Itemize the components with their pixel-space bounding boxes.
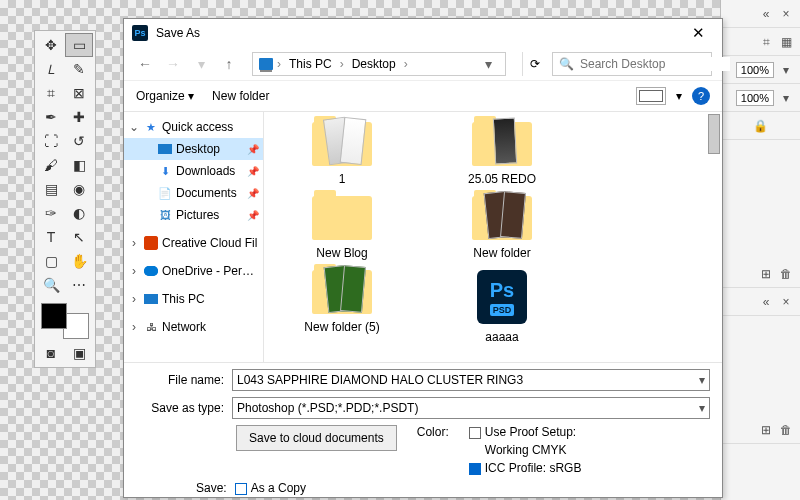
new-layer-icon[interactable]: ⊞ bbox=[758, 266, 774, 282]
hand-tool[interactable]: ✋ bbox=[65, 249, 93, 273]
scrollbar-thumb[interactable] bbox=[708, 114, 720, 154]
search-box[interactable]: 🔍 bbox=[552, 52, 712, 76]
path-select-tool[interactable]: ↖ bbox=[65, 225, 93, 249]
fill-value[interactable]: 100% bbox=[736, 90, 774, 106]
frame-tool[interactable]: ⊠ bbox=[65, 81, 93, 105]
help-button[interactable]: ? bbox=[692, 87, 710, 105]
chevron-right-icon: › bbox=[277, 57, 281, 71]
grid-icon[interactable]: ▦ bbox=[778, 34, 794, 50]
marquee-tool[interactable]: ▭ bbox=[65, 33, 93, 57]
eyedropper-tool[interactable]: ✒ bbox=[37, 105, 65, 129]
expand-icon[interactable]: ⌄ bbox=[128, 120, 140, 134]
tree-item-quick-access[interactable]: ⌄★Quick access bbox=[124, 116, 263, 138]
expand-icon[interactable]: › bbox=[128, 320, 140, 334]
chevrons-icon[interactable]: « bbox=[758, 6, 774, 22]
tree-label: Creative Cloud Fil bbox=[162, 236, 259, 250]
screen-mode-tool[interactable]: ▣ bbox=[65, 341, 93, 365]
folder-icon bbox=[312, 122, 372, 166]
edit-toolbar[interactable]: ⋯ bbox=[65, 273, 93, 297]
type-tool[interactable]: T bbox=[37, 225, 65, 249]
quick-select-tool[interactable]: ✎ bbox=[65, 57, 93, 81]
file-item[interactable]: New folder bbox=[442, 196, 562, 260]
opacity-value[interactable]: 100% bbox=[736, 62, 774, 78]
tree-item-documents[interactable]: 📄Documents📌 bbox=[124, 182, 263, 204]
crop-tool[interactable]: ⌗ bbox=[37, 81, 65, 105]
tree-label: Network bbox=[162, 320, 259, 334]
file-list[interactable]: 125.05 REDONew BlogNew folderNew folder … bbox=[264, 112, 722, 362]
tree-item-pictures[interactable]: 🖼Pictures📌 bbox=[124, 204, 263, 226]
search-input[interactable] bbox=[580, 57, 730, 71]
gradient-tool[interactable]: ▤ bbox=[37, 177, 65, 201]
monitor-icon bbox=[144, 294, 158, 304]
file-item[interactable]: New Blog bbox=[282, 196, 402, 260]
recent-dropdown[interactable]: ▾ bbox=[190, 53, 212, 75]
expand-icon[interactable]: › bbox=[128, 264, 140, 278]
address-bar[interactable]: › This PC › Desktop › ▾ bbox=[252, 52, 506, 76]
stamp-tool[interactable]: ⛶ bbox=[37, 129, 65, 153]
lock-icon[interactable]: 🔒 bbox=[753, 118, 769, 134]
tools-panel: ✥ ▭ 𝘓 ✎ ⌗ ⊠ ✒ ✚ ⛶ ↺ 🖌 ◧ ▤ ◉ ✑ ◐ T ↖ ▢ ✋ … bbox=[34, 30, 96, 368]
icc-profile-option[interactable]: ICC Profile: sRGB bbox=[469, 461, 582, 475]
quick-mask-tool[interactable]: ◙ bbox=[37, 341, 65, 365]
address-dropdown[interactable]: ▾ bbox=[477, 53, 499, 75]
save-to-cloud-button[interactable]: Save to cloud documents bbox=[236, 425, 397, 451]
tree-item-downloads[interactable]: ⬇Downloads📌 bbox=[124, 160, 263, 182]
chevrons-icon[interactable]: « bbox=[758, 294, 774, 310]
filename-input[interactable]: L043 SAPPHIRE DIAMOND HALO CLUSTER RING3… bbox=[232, 369, 710, 391]
history-brush-tool[interactable]: ↺ bbox=[65, 129, 93, 153]
file-item[interactable]: PsPSDааааа bbox=[442, 270, 562, 344]
brush-tool[interactable]: 🖌 bbox=[37, 153, 65, 177]
file-item[interactable]: 1 bbox=[282, 122, 402, 186]
dl-icon: ⬇ bbox=[158, 164, 172, 178]
color-swatches[interactable] bbox=[37, 301, 93, 341]
expand-icon[interactable]: › bbox=[128, 236, 140, 250]
proof-setup-value: Working CMYK bbox=[469, 443, 582, 457]
dialog-titlebar: Ps Save As ✕ bbox=[124, 19, 722, 47]
dodge-tool[interactable]: ◐ bbox=[65, 201, 93, 225]
zoom-tool[interactable]: 🔍 bbox=[37, 273, 65, 297]
tree-item-this-pc[interactable]: ›This PC bbox=[124, 288, 263, 310]
organize-menu[interactable]: Organize ▾ bbox=[136, 89, 194, 103]
refresh-button[interactable]: ⟳ bbox=[522, 52, 546, 76]
breadcrumb-seg[interactable]: Desktop bbox=[348, 57, 400, 71]
tree-item-desktop[interactable]: Desktop📌 bbox=[124, 138, 263, 160]
tree-item-creative-cloud-fil[interactable]: ›Creative Cloud Fil bbox=[124, 232, 263, 254]
forward-button[interactable]: → bbox=[162, 53, 184, 75]
chevron-right-icon: › bbox=[404, 57, 408, 71]
view-mode-button[interactable] bbox=[636, 87, 666, 105]
up-button[interactable]: ↑ bbox=[218, 53, 240, 75]
pen-tool[interactable]: ✑ bbox=[37, 201, 65, 225]
tree-item-network[interactable]: ›🖧Network bbox=[124, 316, 263, 338]
crop-icon[interactable]: ⌗ bbox=[758, 34, 774, 50]
foreground-color[interactable] bbox=[41, 303, 67, 329]
close-panel-icon[interactable]: × bbox=[778, 6, 794, 22]
lasso-tool[interactable]: 𝘓 bbox=[37, 57, 65, 81]
trash-icon[interactable]: 🗑 bbox=[778, 266, 794, 282]
new-layer-icon[interactable]: ⊞ bbox=[758, 422, 774, 438]
chevron-down-icon[interactable]: ▾ bbox=[676, 89, 682, 103]
close-button[interactable]: ✕ bbox=[682, 21, 714, 45]
doc-icon: 📄 bbox=[158, 186, 172, 200]
rectangle-tool[interactable]: ▢ bbox=[37, 249, 65, 273]
chevron-down-icon[interactable]: ▾ bbox=[699, 401, 705, 415]
eraser-tool[interactable]: ◧ bbox=[65, 153, 93, 177]
tree-label: OneDrive - Person bbox=[162, 264, 259, 278]
healing-tool[interactable]: ✚ bbox=[65, 105, 93, 129]
chevron-down-icon[interactable]: ▾ bbox=[699, 373, 705, 387]
move-tool[interactable]: ✥ bbox=[37, 33, 65, 57]
back-button[interactable]: ← bbox=[134, 53, 156, 75]
file-item[interactable]: 25.05 REDO bbox=[442, 122, 562, 186]
file-label: 25.05 REDO bbox=[468, 172, 536, 186]
file-item[interactable]: New folder (5) bbox=[282, 270, 402, 344]
proof-setup-option[interactable]: Use Proof Setup: bbox=[469, 425, 582, 439]
trash-icon[interactable]: 🗑 bbox=[778, 422, 794, 438]
filename-label: File name: bbox=[136, 373, 224, 387]
cloud-icon bbox=[144, 266, 158, 276]
tree-item-onedrive---person[interactable]: ›OneDrive - Person bbox=[124, 260, 263, 282]
blur-tool[interactable]: ◉ bbox=[65, 177, 93, 201]
new-folder-button[interactable]: New folder bbox=[212, 89, 269, 103]
expand-icon[interactable]: › bbox=[128, 292, 140, 306]
breadcrumb-seg[interactable]: This PC bbox=[285, 57, 336, 71]
filetype-select[interactable]: Photoshop (*.PSD;*.PDD;*.PSDT) ▾ bbox=[232, 397, 710, 419]
as-a-copy-option[interactable]: As a Copy bbox=[235, 481, 306, 495]
